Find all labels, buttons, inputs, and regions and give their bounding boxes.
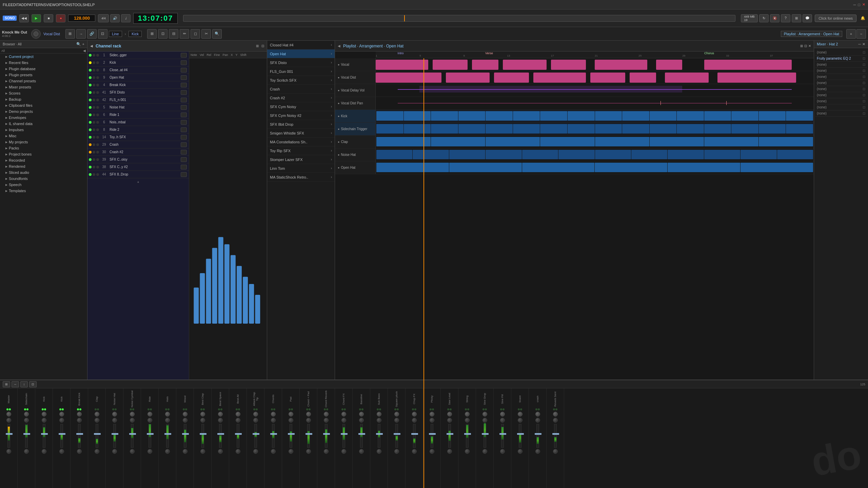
send-slot-4[interactable]: (none)⊡	[815, 74, 867, 80]
mixer-fader-26[interactable]	[466, 424, 469, 448]
kick-p9[interactable]	[595, 111, 622, 121]
instrument-item-2[interactable]: SFX Disto ›	[267, 58, 335, 67]
vd-clip-5[interactable]	[590, 73, 625, 83]
instrument-item-15[interactable]: MA StaticShock Retro.. ›	[267, 173, 335, 182]
loop-mode-btn[interactable]: 4/4	[98, 14, 109, 22]
sc-p16[interactable]	[786, 124, 813, 134]
sidebar-item-soundfonts[interactable]: ▶Soundfonts	[0, 176, 87, 182]
mixer-track-bassline[interactable]: Bassline	[353, 388, 370, 488]
sc-p11[interactable]	[650, 124, 677, 134]
refresh-btn[interactable]: ↻	[759, 14, 769, 22]
vocal-clip-8[interactable]	[704, 60, 792, 70]
mixer-fader-9[interactable]	[166, 424, 169, 448]
sidebar-item-my-projects[interactable]: ▶My projects	[0, 139, 87, 145]
mute-btn[interactable]: 🔇	[770, 14, 780, 22]
send-slot-3[interactable]: (none)⊡	[815, 68, 867, 74]
kick-p15[interactable]	[759, 111, 786, 121]
arrow-btn[interactable]: →	[76, 29, 86, 39]
mixer-send-knob-29[interactable]	[518, 449, 522, 454]
mixer-track-pad[interactable]: Pad	[282, 388, 300, 488]
instrument-item-9[interactable]: SFX 8bit Drop ›	[267, 120, 335, 129]
kick-mute-icon[interactable]: ●	[338, 115, 339, 118]
menu-item-help[interactable]: HELP	[85, 3, 95, 7]
mixer-fader-thumb-8[interactable]	[147, 433, 154, 435]
sidebar-item-project-bones[interactable]: ▶Project bones	[0, 151, 87, 157]
close-btn[interactable]: ✕	[862, 2, 865, 7]
kick-p6[interactable]	[513, 111, 540, 121]
mixer-fader-14[interactable]	[254, 424, 257, 448]
mixer-fader-thumb-7[interactable]	[129, 433, 136, 435]
vd-clip-7[interactable]	[665, 73, 709, 83]
mixer-send-knob-8[interactable]	[147, 449, 152, 454]
instrument-item-11[interactable]: MA Constellations Sh.. ›	[267, 138, 335, 146]
mixer-tb-btn1[interactable]: ⊞	[3, 381, 10, 387]
kick-p11[interactable]	[650, 111, 677, 121]
ch-knob-5[interactable]	[181, 90, 187, 95]
ch-knob-12[interactable]	[181, 142, 187, 147]
mixer-knob-a-15[interactable]	[271, 412, 276, 416]
ch-knob-0[interactable]	[181, 53, 187, 58]
mixer-send-knob-31[interactable]	[553, 449, 558, 454]
channel-row-ride-1[interactable]: 6 Ride 1	[87, 111, 189, 119]
mixer-knob-a-9[interactable]	[165, 412, 170, 416]
right-panel-collapse-icon[interactable]: ─	[858, 42, 861, 46]
ch-knob-3[interactable]	[181, 75, 187, 80]
sidebar-item-mixer-presets[interactable]: ▶Mixer presets	[0, 84, 87, 90]
vocal-dist-content[interactable]	[376, 71, 814, 84]
playlist-collapse-btn[interactable]: ◀	[338, 44, 340, 48]
mixer-knob-b-22[interactable]	[394, 418, 399, 423]
mixer-knob-b-26[interactable]	[465, 418, 470, 423]
mixer-fader-thumb-21[interactable]	[376, 433, 383, 435]
clap-p3[interactable]	[486, 137, 540, 146]
mixer-fader-10[interactable]	[184, 424, 186, 448]
sidebar-item-plugin-database[interactable]: ▶Plugin database	[0, 66, 87, 72]
vocal-mute-icon[interactable]: ●	[338, 63, 339, 66]
sidebar-item-impulses[interactable]: ▶Impulses	[0, 127, 87, 133]
sidebar-add-icon[interactable]: +	[82, 42, 84, 46]
mixer-knob-a-18[interactable]	[324, 412, 329, 416]
playlist-minus-btn[interactable]: −	[856, 29, 866, 39]
mixer-send-knob-25[interactable]	[447, 449, 452, 454]
mixer-fader-15[interactable]	[272, 424, 275, 448]
mixer-fader-22[interactable]	[395, 424, 398, 448]
channel-row-sfx-c..oisy[interactable]: 39 SFX C..oisy	[87, 156, 189, 163]
mixer-knob-a-21[interactable]	[377, 412, 381, 416]
mixer-knob-b-28[interactable]	[500, 418, 505, 423]
kick-p12[interactable]	[677, 111, 704, 121]
minimize-btn[interactable]: ─	[853, 3, 856, 7]
mixer-knob-a-16[interactable]	[289, 412, 293, 416]
mixer-fader-0[interactable]	[7, 424, 10, 448]
link-btn[interactable]: 🔗	[87, 29, 97, 39]
nh-p9[interactable]	[668, 150, 704, 159]
mixer-send-knob-18[interactable]	[324, 449, 329, 454]
mixer-send-knob-23[interactable]	[412, 449, 417, 454]
mixer-track-reverb-sent[interactable]: Reverb Sent	[547, 388, 564, 488]
ch-knob-11[interactable]	[181, 135, 187, 140]
sidebar-item-il-shared-data[interactable]: ▶IL shared data	[0, 121, 87, 127]
mixer-track-chop-fx[interactable]: Chop FX	[406, 388, 423, 488]
line-label[interactable]: Line	[109, 31, 122, 37]
clap-mute-icon[interactable]: ●	[338, 140, 339, 144]
kick-p5[interactable]	[486, 111, 513, 121]
mixer-send-knob-6[interactable]	[112, 449, 117, 454]
mixer-knob-a-22[interactable]	[394, 412, 399, 416]
mixer-fader-thumb-3[interactable]	[59, 433, 65, 435]
sc-p15[interactable]	[759, 124, 786, 134]
mixer-knob-a-3[interactable]	[59, 412, 64, 416]
mixer-knob-a-11[interactable]	[200, 412, 205, 416]
ch-knob-9[interactable]	[181, 120, 187, 125]
mixer-fader-thumb-14[interactable]	[253, 433, 259, 435]
mixer-track-crash[interactable]: crash	[529, 388, 547, 488]
mixer-send-knob-4[interactable]	[77, 449, 82, 454]
mixer-fader-thumb-1[interactable]	[23, 433, 30, 435]
mixer-fader-thumb-0[interactable]	[6, 433, 13, 435]
mixer-fader-11[interactable]	[201, 424, 204, 448]
open-hat-content[interactable]	[376, 161, 814, 174]
mixer-track-chord-reverb[interactable]: Chord Reverb	[317, 388, 335, 488]
mixer-track-noise-cymbal[interactable]: Noise Cymbal	[123, 388, 141, 488]
draw-btn[interactable]: ✏	[180, 29, 189, 39]
mixer-fader-thumb-20[interactable]	[358, 433, 365, 435]
channel-row-sidec..gger[interactable]: 1 Sidec..gger	[87, 52, 189, 59]
channel-row-kick[interactable]: 2 Kick	[87, 59, 189, 66]
mixer-knob-b-25[interactable]	[447, 418, 452, 423]
